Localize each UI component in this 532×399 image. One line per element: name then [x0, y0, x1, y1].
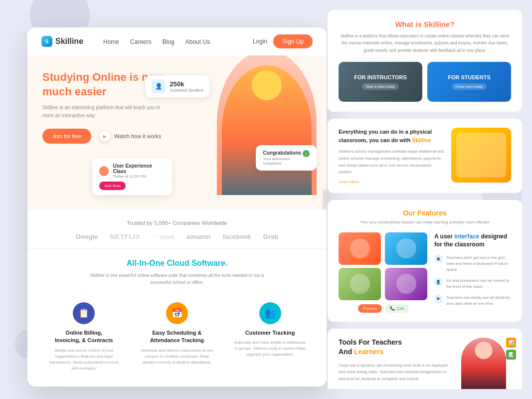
tools-title-colored: Learners: [354, 348, 383, 356]
watch-label: Watch how it works: [114, 133, 161, 139]
all-in-one-title-text: All-In-One: [127, 259, 167, 267]
video-grid-inner: [339, 232, 428, 300]
nav-blog[interactable]: Blog: [163, 38, 175, 45]
video-face-1: [350, 238, 370, 258]
all-in-one-subtitle: Skilline is one powerful online software…: [87, 272, 267, 286]
logo: S Skilline: [41, 36, 83, 47]
airbnb-icon: ♡: [153, 233, 158, 240]
brand-airbnb: ♡ airbnb: [153, 233, 175, 240]
point-icon-1: 🖥: [434, 255, 442, 263]
logo-text: Skilline: [55, 37, 83, 46]
instructors-btn[interactable]: Start a class today: [362, 83, 399, 90]
airbnb-text: airbnb: [160, 234, 175, 240]
our-features-section: Our Features This very extraordinary fea…: [328, 200, 522, 322]
brand-facebook: facebook: [223, 233, 251, 240]
float-card-students: 👤 250k Assisted Student: [146, 75, 209, 97]
brand-grab: Grab: [263, 233, 278, 240]
info-cards: FOR INSTRUCTORS Start a class today FOR …: [339, 62, 511, 102]
join-free-button[interactable]: Join for free: [42, 129, 91, 144]
class-time: Today at 12:00 PM: [113, 174, 165, 179]
signup-button[interactable]: Sign Up: [273, 34, 313, 48]
students-label: Assisted Student: [170, 88, 203, 93]
congrats-sub: Your admission completed: [263, 157, 310, 166]
ui-title: A user interface designed for the classr…: [434, 232, 511, 249]
video-grid: Present 📞 Call: [339, 232, 428, 313]
point-icon-2: 👤: [434, 278, 442, 286]
scheduling-desc: Schedule and reserve classrooms at one c…: [140, 348, 214, 366]
tools-decorations: 📊 📝: [506, 338, 516, 360]
scroll-indicator[interactable]: [323, 190, 327, 209]
deco-icon-2: 📝: [506, 350, 516, 360]
students-num: 250k: [170, 80, 203, 88]
students-icon: 👤: [152, 79, 166, 93]
physical-classroom-section: Everything you can do in a physical clas…: [328, 119, 522, 193]
students-card: FOR STUDENTS Know more today: [427, 62, 511, 102]
join-class-button[interactable]: Join Now: [99, 182, 126, 190]
feature-point-1: 🖥 Teachers don't get lost in the grid vi…: [434, 255, 511, 273]
billing-name: Online Billing,Invoicing, & Contracts: [46, 329, 121, 345]
hero-title-easier: much easier: [42, 85, 106, 98]
scheduling-name: Easy Scheduling &Attendance Tracking: [140, 329, 214, 345]
brand-amazon: amazon: [186, 233, 210, 240]
what-title-text: What is: [395, 20, 424, 28]
login-button[interactable]: Login: [253, 38, 267, 45]
learn-more-link[interactable]: Learn More: [339, 180, 444, 184]
call-icon: 📞: [390, 306, 395, 311]
call-label: Call: [397, 306, 404, 311]
brand-netflix: NETFLIX: [110, 233, 141, 240]
hero-figure: [222, 65, 312, 195]
call-button[interactable]: 📞 Call: [385, 304, 409, 313]
tools-text: Tools For TeachersAnd Learners Class has…: [339, 338, 454, 383]
ui-title-colored: interface: [454, 233, 479, 240]
float-card-congrats: ✓ Congratulations Your admission complet…: [256, 145, 317, 171]
what-skilline-desc: Skilline is a platform that allows educa…: [339, 32, 511, 54]
billing-desc: Simple and secure control of your organi…: [46, 348, 121, 372]
class-title: User Experience Class: [113, 163, 165, 174]
instructors-label: FOR INSTRUCTORS: [354, 74, 407, 80]
trusted-section: Trusted by 5,000+ Companies Worldwide Go…: [27, 210, 327, 248]
tools-image: 📊 📝: [461, 338, 511, 389]
deco-icon-1: 📊: [506, 338, 516, 348]
point-icon-3: 👁: [434, 295, 442, 303]
nav-careers[interactable]: Careers: [130, 38, 152, 45]
classroom-shape: [456, 133, 506, 178]
physical-text: Everything you can do in a physical clas…: [339, 128, 444, 184]
class-avatar: [99, 166, 109, 176]
nav-about[interactable]: About Us: [185, 38, 210, 45]
nav-home[interactable]: Home: [103, 38, 119, 45]
hero-image: [217, 55, 317, 195]
hero-buttons: Join for free ▶ Watch how it works: [42, 129, 172, 144]
features-title: Our Features: [339, 209, 511, 217]
play-icon: ▶: [99, 131, 110, 142]
what-skilline-section: What is Skilline? Skilline is a platform…: [328, 10, 522, 112]
features-title-text: Our: [403, 209, 417, 217]
physical-title-colored: Skilline: [412, 137, 431, 143]
billing-icon: 📋: [73, 302, 95, 324]
hero-section: Studying Online is now much easier Skill…: [27, 55, 327, 210]
video-thumb-2: [385, 232, 427, 265]
features-content: Present 📞 Call A user interface designed…: [339, 232, 511, 313]
video-controls: Present 📞 Call: [339, 304, 428, 313]
video-thumb-4: [385, 268, 427, 300]
left-panel-website: S Skilline Home Careers Blog About Us Lo…: [27, 27, 327, 387]
what-title-colored: Skilline?: [424, 20, 455, 28]
tools-desc: Class has a dynamic set of teaching tool…: [339, 362, 454, 383]
brand-google: Google: [76, 233, 98, 240]
all-in-one-section: All-In-One Cloud Software. Skilline is o…: [27, 248, 327, 294]
float-card-class: User Experience Class Today at 12:00 PM …: [92, 158, 172, 195]
nav-links: Home Careers Blog About Us: [103, 37, 210, 46]
students-btn[interactable]: Know more today: [452, 83, 487, 90]
present-button[interactable]: Present: [358, 304, 382, 313]
teacher-figure: [461, 338, 506, 389]
nav-actions: Login Sign Up: [253, 34, 313, 48]
instructors-card: FOR INSTRUCTORS Start a class today: [339, 62, 422, 102]
logo-icon: S: [41, 36, 52, 47]
all-in-one-title-colored: Cloud Software.: [167, 259, 228, 267]
features-header: Our Features This very extraordinary fea…: [339, 209, 511, 224]
watch-button[interactable]: ▶ Watch how it works: [99, 131, 161, 142]
feature-point-3: 👁 Teachers can easily see all students a…: [434, 295, 511, 307]
video-face-2: [396, 238, 416, 258]
check-icon: ✓: [303, 150, 310, 157]
feature-scheduling: 📅 Easy Scheduling &Attendance Tracking S…: [140, 302, 214, 372]
features-grid: 📋 Online Billing,Invoicing, & Contracts …: [27, 294, 327, 380]
